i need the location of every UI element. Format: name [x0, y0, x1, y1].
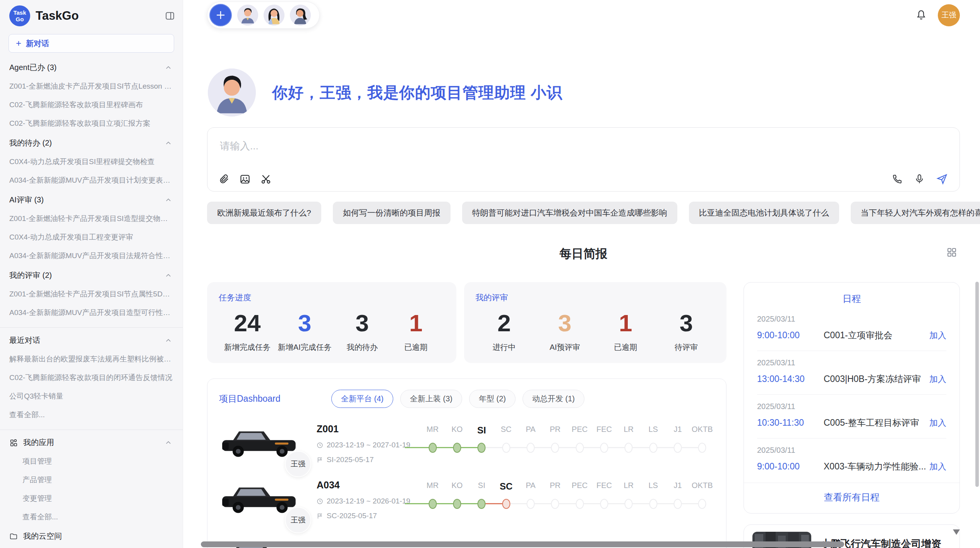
milestone-dot[interactable]	[600, 443, 608, 453]
chevron-up-icon[interactable]	[165, 197, 172, 204]
milestone-dot[interactable]	[478, 499, 486, 509]
image-icon[interactable]	[239, 173, 251, 185]
milestone-dot[interactable]	[502, 499, 510, 509]
my-apps-sub-item[interactable]: 产品管理	[0, 471, 183, 489]
sidebar-section-header[interactable]: 我的评审 (2)	[0, 265, 183, 285]
milestone-dot[interactable]	[453, 443, 461, 453]
sidebar-task-item[interactable]: C02-飞腾新能源轻客改款项目立项汇报方案	[0, 114, 183, 133]
suggestion-chip[interactable]: 如何写一份清晰的项目周报	[333, 202, 451, 224]
milestone-dot[interactable]	[576, 443, 584, 453]
sidebar-section-header[interactable]: 我的待办 (2)	[0, 133, 183, 152]
chevron-up-icon[interactable]	[165, 272, 172, 279]
new-chat-button[interactable]: + 新对话	[9, 34, 174, 53]
join-meeting-link[interactable]: 加入	[929, 417, 946, 429]
sidebar-task-item[interactable]: A034-全新新能源MUV产品开发项目法规符合性评审	[0, 247, 183, 265]
sidebar-section-header[interactable]: Agent已办 (3)	[0, 57, 183, 77]
layout-grid-icon[interactable]	[946, 247, 958, 258]
project-filter-tab[interactable]: 年型 (2)	[469, 390, 516, 408]
sidebar-task-item[interactable]: Z001-全新燃油皮卡产品开发项目SI节点Lesson Learn报告	[0, 77, 183, 96]
chevron-up-icon[interactable]	[165, 140, 172, 147]
scroll-down-arrow[interactable]	[953, 529, 960, 535]
phone-icon[interactable]	[892, 173, 903, 185]
project-row[interactable]: 王强 Z001 2023-12-19 ~ 2027-01-19 SI-2025-…	[219, 423, 714, 464]
milestone-dot[interactable]	[551, 499, 559, 509]
recent-conversation-item[interactable]: 解释最新出台的欧盟报废车法规再生塑料比例被调至15%...	[0, 350, 183, 368]
project-filter-tab[interactable]: 动总开发 (1)	[523, 390, 584, 408]
project-milestone-flag: SI-2025-05-17	[317, 456, 420, 464]
milestone-dot[interactable]	[649, 499, 657, 509]
milestone-dot[interactable]	[428, 443, 437, 453]
clock-icon	[317, 498, 323, 505]
join-meeting-link[interactable]: 加入	[929, 373, 946, 385]
milestone-timeline: MRKOSISCPAPRPECFECLRLSJ1OKTB	[420, 423, 714, 464]
view-all-schedule-link[interactable]: 查看所有日程	[744, 483, 959, 513]
vertical-scrollbar[interactable]	[975, 282, 979, 487]
milestone-dot[interactable]	[502, 443, 510, 453]
avatar[interactable]	[237, 5, 258, 26]
sidebar-section-header[interactable]: AI评审 (3)	[0, 190, 183, 209]
send-icon[interactable]	[936, 173, 948, 185]
scissors-icon[interactable]	[260, 173, 272, 185]
chat-input-placeholder[interactable]: 请输入...	[220, 139, 947, 153]
microphone-icon[interactable]	[914, 173, 925, 185]
sidebar-section-header[interactable]: 最近对话	[0, 330, 183, 350]
milestone-dot[interactable]	[698, 443, 706, 453]
sidebar-collapse-icon[interactable]	[165, 11, 175, 21]
chat-input-card[interactable]: 请输入...	[207, 127, 960, 192]
join-meeting-link[interactable]: 加入	[929, 330, 946, 341]
sidebar-item-my-apps[interactable]: 我的应用	[0, 432, 183, 452]
horizontal-scrollbar[interactable]	[201, 541, 844, 547]
sidebar-scroll-area[interactable]: Agent已办 (3)Z001-全新燃油皮卡产品开发项目SI节点Lesson L…	[0, 55, 183, 548]
milestone-dot[interactable]	[453, 499, 461, 509]
my-apps-sub-item[interactable]: 项目管理	[0, 452, 183, 471]
project-filter-tab[interactable]: 全新平台 (4)	[331, 390, 393, 408]
milestone-dot[interactable]	[698, 499, 706, 509]
suggestion-chip[interactable]: 欧洲新规最近颁布了什么?	[207, 202, 321, 224]
recent-conversation-item[interactable]: C02-飞腾新能源轻客改款项目的闭环通告反馈情况	[0, 368, 183, 387]
add-member-button[interactable]	[209, 4, 232, 26]
milestone-dot[interactable]	[428, 499, 437, 509]
suggestion-chip[interactable]: 特朗普可能对进口汽车增税会对中国车企造成哪些影响	[462, 202, 677, 224]
suggestion-chip[interactable]: 比亚迪全固态电池计划具体说了什么	[689, 202, 839, 224]
recent-conversation-item[interactable]: 公司Q3轻卡销量	[0, 387, 183, 406]
scroll-right-arrow[interactable]	[905, 541, 910, 548]
my-apps-sub-item[interactable]: 变更管理	[0, 489, 183, 508]
milestone-dot[interactable]	[527, 443, 535, 453]
chevron-up-icon[interactable]	[165, 439, 172, 446]
milestone-dot[interactable]	[600, 499, 608, 509]
milestone-label: OKTB	[690, 481, 714, 492]
milestone-dot[interactable]	[625, 499, 633, 509]
sidebar-task-item[interactable]: C02-飞腾新能源轻客改款项目里程碑画布	[0, 96, 183, 114]
project-filter-tab[interactable]: 全新上装 (3)	[400, 390, 462, 408]
avatar[interactable]	[264, 5, 284, 26]
attachment-icon[interactable]	[218, 173, 230, 185]
my-apps-sub-item[interactable]: 查看全部...	[0, 508, 183, 526]
sidebar-section-title: Agent已办 (3)	[9, 62, 57, 73]
sidebar-task-item[interactable]: A034-全新新能源MUV产品开发项目计划变更表编写	[0, 171, 183, 190]
milestone-dot[interactable]	[625, 443, 633, 453]
sidebar-item-favorites[interactable]: 我的收藏	[0, 546, 183, 548]
suggestion-chip[interactable]: 当下年轻人对汽车外观有怎样的喜好趋势	[851, 202, 980, 224]
milestone-dot[interactable]	[527, 499, 535, 509]
project-row[interactable]: 王强 A034 2023-12-19 ~ 2026-01-19 SC-2025-…	[219, 479, 714, 520]
milestone-dot[interactable]	[674, 499, 682, 509]
chevron-up-icon[interactable]	[165, 64, 172, 71]
sidebar-task-item[interactable]: Z001-全新燃油轻卡产品开发项目SI节点属性5D文件评审	[0, 285, 183, 303]
milestone-dot[interactable]	[674, 443, 682, 453]
milestone-dot[interactable]	[478, 443, 486, 453]
sidebar-task-item[interactable]: C0X4-动力总成开发项目SI里程碑提交物检查	[0, 152, 183, 171]
sidebar-task-item[interactable]: C0X4-动力总成开发项目工程变更评审	[0, 228, 183, 247]
avatar[interactable]	[290, 5, 311, 26]
join-meeting-link[interactable]: 加入	[929, 461, 946, 473]
milestone-dot[interactable]	[649, 443, 657, 453]
milestone-dot[interactable]	[551, 443, 559, 453]
chevron-up-icon[interactable]	[165, 337, 172, 344]
sidebar-task-item[interactable]: A034-全新新能源MUV产品开发项目造型可行性评审	[0, 303, 183, 322]
user-avatar[interactable]: 王强	[938, 4, 960, 26]
sidebar-item-cloud-space[interactable]: 我的云空间	[0, 526, 183, 546]
view-all-conversations-link[interactable]: 查看全部...	[0, 406, 183, 424]
sidebar-task-item[interactable]: Z001-全新燃油轻卡产品开发项目SI造型提交物评审	[0, 209, 183, 228]
notification-bell-icon[interactable]	[915, 9, 927, 21]
milestone-label: FEC	[592, 425, 616, 436]
milestone-dot[interactable]	[576, 499, 584, 509]
